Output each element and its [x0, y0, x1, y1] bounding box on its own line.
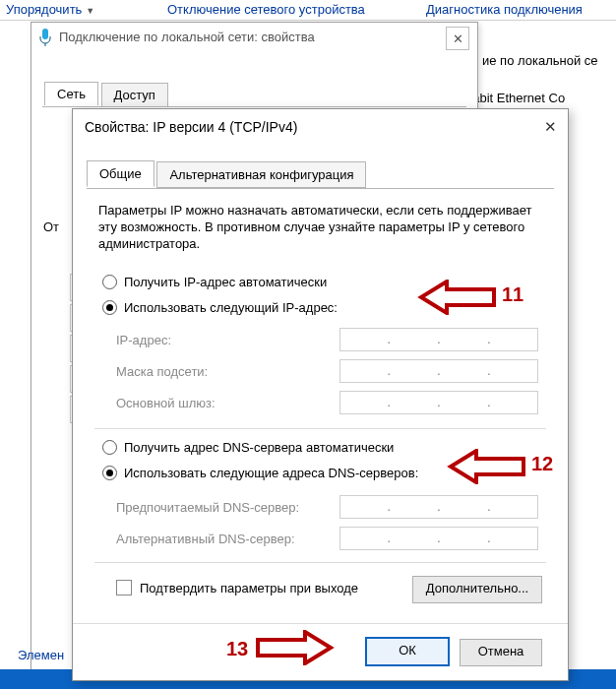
radio-ip-auto[interactable]: Получить IP-адрес автоматически [102, 275, 327, 289]
help-text: Параметры IP можно назначать автоматичес… [98, 202, 542, 252]
radio-dns-manual[interactable]: Использовать следующие адреса DNS-сервер… [102, 466, 418, 480]
cancel-button[interactable]: Отмена [460, 639, 542, 666]
row-ip-address: IP-адрес: ... [116, 328, 538, 351]
statusbar-elements: Элемен [18, 648, 64, 662]
network-icon [37, 28, 53, 47]
label-dns-preferred: Предпочитаемый DNS-сервер: [116, 500, 339, 515]
ipv4-tab-strip: Общие Альтернативная конфигурация [87, 160, 554, 189]
radio-dns-auto[interactable]: Получить адрес DNS-сервера автоматически [102, 440, 394, 455]
radio-icon [102, 275, 117, 289]
svg-rect-0 [42, 29, 48, 39]
radio-ip-manual[interactable]: Использовать следующий IP-адрес: [102, 300, 338, 315]
label-subnet-mask: Маска подсети: [116, 364, 339, 379]
row-subnet-mask: Маска подсети: ... [116, 359, 538, 383]
input-dns-alternate[interactable]: ... [339, 527, 538, 550]
tab-network[interactable]: Сеть [44, 82, 98, 105]
radio-icon [102, 300, 117, 315]
ipv4-close-button[interactable]: ✕ [538, 115, 562, 139]
tab-general[interactable]: Общие [87, 160, 154, 187]
close-icon: ✕ [453, 31, 463, 46]
input-dns-preferred[interactable]: ... [339, 495, 538, 519]
tab-alternate-config[interactable]: Альтернативная конфигурация [156, 161, 366, 188]
checkbox-icon [116, 580, 132, 595]
row-dns-alternate: Альтернативный DNS-сервер: ... [116, 527, 538, 550]
ipv4-properties-dialog: Свойства: IP версии 4 (TCP/IPv4) ✕ Общие… [72, 108, 569, 681]
label-ip-address: IP-адрес: [116, 333, 339, 347]
ipv4-dialog-title: Свойства: IP версии 4 (TCP/IPv4) [73, 109, 568, 145]
close-icon: ✕ [544, 118, 557, 136]
radio-icon [102, 466, 117, 480]
advanced-button[interactable]: Дополнительно... [412, 576, 542, 603]
disable-device-button[interactable]: Отключение сетевого устройства [167, 2, 365, 17]
input-ip-address[interactable]: ... [339, 328, 538, 351]
organize-menu[interactable]: Упорядочить▼ [6, 2, 94, 17]
diagnose-button[interactable]: Диагностика подключения [426, 2, 583, 17]
row-default-gateway: Основной шлюз: ... [116, 391, 538, 414]
checkbox-validate-on-exit[interactable]: Подтвердить параметры при выходе [116, 580, 358, 595]
tab-access[interactable]: Доступ [101, 83, 168, 106]
input-subnet-mask[interactable]: ... [339, 359, 538, 383]
explorer-toolbar: Упорядочить▼ Отключение сетевого устройс… [0, 0, 616, 21]
parent-dialog-title: Подключение по локальной сети: свойства [31, 23, 477, 52]
label-dns-alternate: Альтернативный DNS-сервер: [116, 532, 339, 546]
radio-icon [102, 440, 117, 455]
row-dns-preferred: Предпочитаемый DNS-сервер: ... [116, 495, 538, 519]
parent-tab-strip: Сеть Доступ [44, 82, 167, 105]
input-default-gateway[interactable]: ... [339, 391, 538, 414]
label-components: От [43, 219, 59, 234]
parent-close-button[interactable]: ✕ [446, 27, 469, 50]
label-default-gateway: Основной шлюз: [116, 396, 339, 410]
bg-text-connection: ие по локальной се [482, 53, 598, 68]
ok-button[interactable]: ОК [365, 637, 450, 666]
